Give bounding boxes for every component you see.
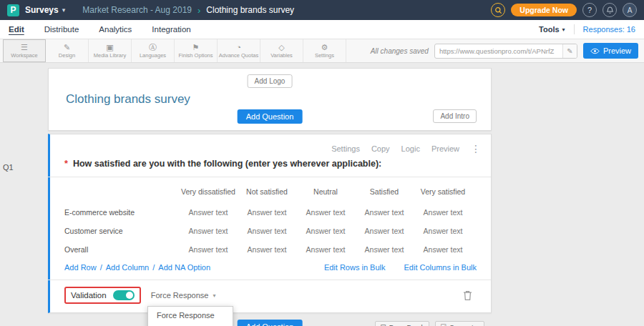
toolbar-item-workspace[interactable]: ☰ Workspace — [3, 39, 46, 62]
canvas-footer-row: Add Question ⊟ Page Break ☑ Separator — [48, 320, 492, 326]
matrix-answer-cell[interactable]: Answer text — [238, 222, 296, 240]
finish-options-icon: ⚑ — [192, 44, 200, 51]
tab-integration[interactable]: Integration — [152, 25, 190, 34]
edit-url-button[interactable]: ✎ — [562, 44, 577, 58]
survey-url-box: ✎ — [434, 44, 577, 59]
matrix-answer-cell[interactable]: Answer text — [238, 240, 296, 259]
upgrade-now-button[interactable]: Upgrade Now — [511, 4, 577, 16]
divider — [48, 280, 491, 280]
add-question-button-bottom[interactable]: Add Question — [238, 320, 303, 326]
page-break-option[interactable]: ⊟ Page Break — [375, 321, 429, 326]
matrix-answer-cell[interactable]: Answer text — [296, 203, 355, 222]
question-actions: Settings Copy Logic Preview ⋮ — [331, 143, 481, 154]
matrix-answer-cell[interactable]: Answer text — [414, 240, 472, 259]
toolbar-item-design[interactable]: ✎ Design — [46, 39, 89, 62]
tab-analytics[interactable]: Analytics — [99, 25, 132, 34]
autosave-status: All changes saved — [371, 47, 429, 55]
matrix-answer-cell[interactable]: Answer text — [355, 240, 414, 259]
add-column-link[interactable]: Add Column — [106, 263, 150, 272]
required-asterisk: * — [64, 159, 68, 169]
question-text[interactable]: How satisfied are you with the following… — [73, 159, 381, 169]
toolbar-right: All changes saved ✎ Preview — [371, 39, 641, 62]
checkbox-checked-icon: ☑ — [440, 323, 447, 326]
question-title-row: *How satisfied are you with the followin… — [64, 159, 477, 169]
breadcrumb: Market Research - Aug 2019 › Clothing br… — [82, 5, 294, 16]
surveys-menu[interactable]: Surveys ▾ — [25, 5, 65, 15]
matrix-answer-cell[interactable]: Answer text — [179, 222, 238, 240]
question-mark-icon: ? — [587, 6, 592, 14]
matrix-row-label[interactable]: Customer service — [64, 222, 179, 240]
media-library-icon: ▣ — [106, 44, 113, 51]
search-button[interactable] — [491, 3, 505, 17]
matrix-row-label[interactable]: Overall — [64, 240, 179, 259]
responses-count[interactable]: Responses: 16 — [583, 25, 635, 34]
tools-menu[interactable]: Tools ▾ — [539, 25, 565, 34]
questionpro-logo[interactable]: P — [7, 4, 19, 16]
question-logic-link[interactable]: Logic — [401, 144, 420, 153]
add-links: Add Row / Add Column / Add NA Option — [64, 263, 210, 272]
toolbar-item-languages[interactable]: Ⓐ Languages — [132, 39, 175, 62]
topbar-actions: Upgrade Now ? A — [491, 3, 637, 17]
toolbar-item-media-library[interactable]: ▣ Media Library — [89, 39, 132, 62]
preview-button[interactable]: Preview — [583, 43, 638, 59]
breadcrumb-separator-icon: › — [197, 5, 200, 16]
toolbar-item-variables[interactable]: ◇ Variables — [260, 39, 303, 62]
matrix-answer-cell[interactable]: Answer text — [355, 222, 414, 240]
avatar[interactable]: A — [623, 3, 637, 17]
matrix-column-header[interactable]: Very dissatisfied — [179, 180, 238, 203]
edit-rows-in-bulk-link[interactable]: Edit Rows in Bulk — [324, 263, 386, 272]
nav-tabs-bar: Edit Distribute Analytics Integration To… — [0, 20, 644, 39]
divider — [574, 24, 575, 34]
question-preview-link[interactable]: Preview — [431, 144, 459, 153]
breadcrumb-current[interactable]: Clothing brands survey — [206, 5, 294, 15]
table-links-row: Add Row / Add Column / Add NA Option Edi… — [64, 263, 477, 272]
question-settings-link[interactable]: Settings — [331, 144, 360, 153]
search-icon — [494, 6, 502, 14]
tab-edit[interactable]: Edit — [9, 25, 24, 34]
matrix-answer-cell[interactable]: Answer text — [179, 203, 238, 222]
matrix-answer-cell[interactable]: Answer text — [414, 222, 472, 240]
tab-distribute[interactable]: Distribute — [44, 25, 79, 34]
variables-icon: ◇ — [278, 44, 284, 51]
help-button[interactable]: ? — [582, 3, 597, 17]
matrix-answer-cell[interactable]: Answer text — [238, 203, 296, 222]
force-response-value: Force Response — [151, 291, 209, 300]
matrix-column-header[interactable]: Not satisfied — [238, 180, 296, 203]
add-na-option-link[interactable]: Add NA Option — [158, 263, 210, 272]
trash-icon — [463, 290, 472, 301]
edit-columns-in-bulk-link[interactable]: Edit Columns in Bulk — [404, 263, 477, 272]
bulk-links: Edit Rows in Bulk Edit Columns in Bulk — [324, 263, 477, 272]
matrix-answer-cell[interactable]: Answer text — [179, 240, 238, 259]
menu-item-force-response[interactable]: Force Response — [148, 307, 233, 324]
survey-title[interactable]: Clothing brands survey — [66, 92, 190, 107]
toolbar-item-advance-quotas[interactable]: ◔ Advance Quotas — [218, 39, 260, 62]
validation-toggle[interactable] — [113, 290, 135, 300]
matrix-answer-cell[interactable]: Answer text — [296, 222, 355, 240]
toolbar-item-finish-options[interactable]: ⚑ Finish Options — [175, 39, 218, 62]
breadcrumb-parent[interactable]: Market Research - Aug 2019 — [82, 5, 192, 15]
add-intro-button[interactable]: Add Intro — [433, 109, 477, 123]
add-question-button-top[interactable]: Add Question — [238, 109, 303, 124]
toolbar-item-settings[interactable]: ⚙ Settings — [303, 39, 346, 62]
matrix-column-header[interactable]: Very satisfied — [414, 180, 472, 203]
surveys-menu-label: Surveys — [25, 5, 59, 15]
question-copy-link[interactable]: Copy — [371, 144, 390, 153]
languages-icon: Ⓐ — [149, 44, 157, 51]
matrix-corner-cell — [64, 180, 179, 203]
matrix-answer-cell[interactable]: Answer text — [296, 240, 355, 259]
notifications-button[interactable] — [602, 3, 617, 17]
force-response-dropdown[interactable]: Force Response ▾ — [151, 291, 216, 300]
matrix-column-header[interactable]: Neutral — [296, 180, 355, 203]
matrix-row-label[interactable]: E-commerce website — [64, 203, 179, 222]
matrix-column-header[interactable]: Satisfied — [355, 180, 414, 203]
add-logo-button[interactable]: Add Logo — [248, 74, 293, 88]
survey-url-input[interactable] — [435, 47, 562, 55]
question-card: Settings Copy Logic Preview ⋮ *How satis… — [48, 134, 492, 313]
matrix-answer-cell[interactable]: Answer text — [355, 203, 414, 222]
delete-question-button[interactable] — [463, 290, 472, 301]
add-row-link[interactable]: Add Row — [64, 263, 97, 272]
divider — [48, 177, 491, 177]
more-options-icon[interactable]: ⋮ — [471, 143, 481, 154]
matrix-answer-cell[interactable]: Answer text — [414, 203, 472, 222]
separator-option[interactable]: ☑ Separator — [435, 321, 484, 326]
